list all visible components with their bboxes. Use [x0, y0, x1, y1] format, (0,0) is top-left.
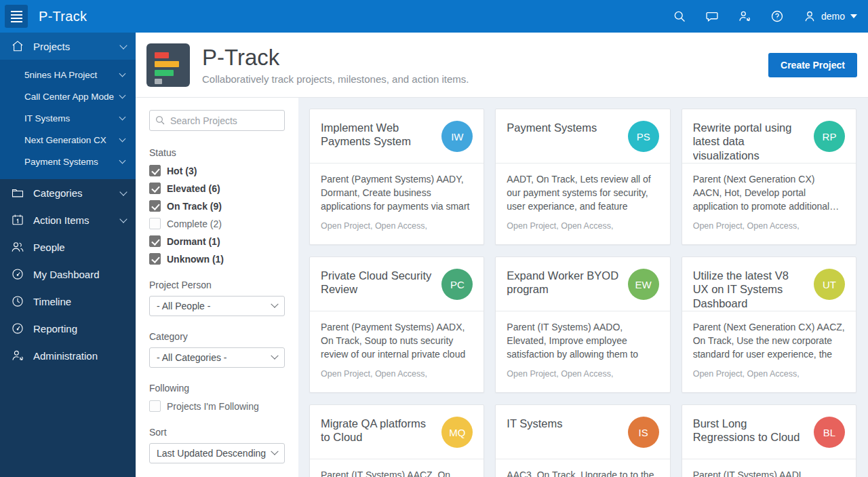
project-card-links[interactable]: Open Project, Open Access, [693, 369, 845, 379]
checkbox-icon[interactable] [149, 218, 161, 229]
user-menu[interactable]: demo [802, 9, 857, 24]
admin-tools-icon[interactable] [737, 9, 752, 24]
project-card-links[interactable]: Open Project, Open Access, [507, 369, 658, 379]
sidebar-item-projects[interactable]: Projects [0, 33, 136, 60]
sidebar-item-label: Administration [33, 350, 98, 362]
project-card-title: Migrate QA platforms to Cloud [321, 417, 433, 459]
sort-select[interactable]: Last Updated Descending [149, 443, 285, 463]
status-checkbox-label: Hot (3) [167, 166, 197, 176]
status-checkbox-row[interactable]: Complete (2) [149, 218, 285, 229]
sidebar-item-reporting[interactable]: Reporting [0, 315, 136, 342]
project-person-select[interactable]: - All People - [149, 296, 285, 316]
chat-icon[interactable] [705, 9, 719, 24]
status-filter-label: Status [149, 147, 285, 158]
project-card[interactable]: IT Systems IS AAC3, On Track, Upgrade to… [495, 404, 670, 477]
sidebar-item-people[interactable]: People [0, 233, 136, 261]
chevron-down-icon [271, 448, 278, 455]
people-icon [11, 240, 24, 254]
status-checkbox-label: Complete (2) [167, 218, 222, 229]
sidebar-item-label: My Dashboard [33, 269, 100, 280]
projects-grid-area: Implement Web Payments System IW Parent … [298, 98, 868, 477]
projects-grid: Implement Web Payments System IW Parent … [309, 109, 856, 477]
status-checkbox-row[interactable]: On Track (9) [149, 200, 285, 212]
project-card-description: Parent (Payment Systems) AADY, Dormant, … [321, 173, 473, 214]
sort-label: Sort [149, 427, 285, 438]
search-icon[interactable] [672, 9, 687, 24]
status-checkbox-label: Dormant (1) [167, 236, 220, 247]
sidebar-project-subitem[interactable]: 5nines HA Project [0, 64, 136, 85]
sidebar-project-subitem[interactable]: Next Generation CX [0, 129, 136, 151]
sidebar-item-my-dashboard[interactable]: My Dashboard [0, 261, 136, 288]
status-checkbox-row[interactable]: Elevated (6) [149, 183, 285, 194]
p-track-app: P-Track demo [0, 0, 868, 477]
chevron-down-icon [119, 41, 127, 49]
project-card-title: Payment Systems [507, 121, 597, 163]
checkbox-icon[interactable] [149, 235, 161, 247]
project-avatar: BL [814, 417, 845, 448]
search-projects-input[interactable] [149, 110, 285, 131]
project-card[interactable]: Utilize the latest V8 UX on IT Systems D… [682, 256, 856, 393]
sidebar-project-subitem[interactable]: Call Center App Mode [0, 85, 136, 107]
following-checkbox-label: Projects I'm Following [167, 401, 259, 412]
project-card[interactable]: Expand Worker BYOD program EW Parent (IT… [495, 256, 670, 393]
page-title: P-Track [202, 45, 469, 71]
project-card[interactable]: Migrate QA platforms to Cloud MQ Parent … [309, 404, 484, 477]
user-icon [802, 9, 817, 24]
project-card-links[interactable]: Open Project, Open Access, [321, 369, 473, 379]
top-bar: P-Track demo [0, 0, 868, 33]
checkbox-icon[interactable] [149, 253, 161, 265]
app-title: P-Track [39, 9, 87, 24]
sidebar-item-categories[interactable]: Categories [0, 179, 136, 206]
project-card-title: Burst Long Regressions to Cloud [693, 417, 805, 459]
project-person-label: Project Person [149, 280, 285, 290]
sidebar: Projects 5nines HA Project Call Center A… [0, 33, 136, 477]
following-label: Following [149, 383, 285, 394]
sidebar-item-label: People [33, 242, 65, 253]
user-name: demo [821, 11, 845, 22]
help-icon[interactable] [770, 9, 785, 24]
project-card-title: Utilize the latest V8 UX on IT Systems D… [693, 269, 805, 311]
sidebar-item-timeline[interactable]: Timeline [0, 288, 136, 315]
checkbox-icon[interactable] [149, 165, 161, 176]
project-card-description: AADT, On Track, Lets review all of our p… [507, 173, 658, 214]
status-checkbox-row[interactable]: Hot (3) [149, 165, 285, 176]
sidebar-project-subitem-label: Next Generation CX [24, 135, 106, 145]
chevron-down-icon [119, 157, 126, 164]
sidebar-item-action-items[interactable]: Action Items [0, 206, 136, 233]
page-subtitle: Collaboratively track projects, mileston… [202, 73, 469, 85]
status-checkbox-row[interactable]: Dormant (1) [149, 235, 285, 247]
following-checkbox-row[interactable]: Projects I'm Following [149, 400, 285, 412]
sidebar-item-label: Reporting [33, 323, 77, 335]
project-card-links[interactable]: Open Project, Open Access, [321, 221, 473, 231]
project-avatar: RP [814, 121, 845, 152]
status-checkbox-label: On Track (9) [167, 201, 222, 212]
status-checkbox-row[interactable]: Unknown (1) [149, 253, 285, 265]
p-track-logo [146, 43, 190, 87]
project-card[interactable]: Rewrite portal using latest data visuali… [682, 109, 856, 245]
project-card[interactable]: Implement Web Payments System IW Parent … [309, 109, 484, 245]
hamburger-menu-button[interactable] [5, 5, 28, 28]
project-card-links[interactable]: Open Project, Open Access, [693, 221, 845, 231]
chevron-down-icon [850, 14, 857, 18]
sidebar-project-subitem[interactable]: IT Systems [0, 107, 136, 129]
sidebar-project-subitem-label: Call Center App Mode [24, 92, 114, 102]
projects-submenu: 5nines HA Project Call Center App Mode I… [0, 60, 136, 179]
project-card[interactable]: Payment Systems PS AADT, On Track, Lets … [495, 109, 670, 245]
create-project-button[interactable]: Create Project [768, 53, 857, 77]
project-card[interactable]: Private Cloud Security Review PC Parent … [309, 256, 484, 393]
checkbox-icon[interactable] [149, 183, 161, 194]
checkbox-icon[interactable] [149, 400, 161, 412]
project-card[interactable]: Burst Long Regressions to Cloud BL Paren… [682, 404, 856, 477]
checkbox-icon[interactable] [149, 200, 161, 212]
clock-icon [11, 294, 24, 308]
sidebar-project-subitem[interactable]: Payment Systems [0, 151, 136, 172]
sidebar-item-administration[interactable]: Administration [0, 342, 136, 369]
project-card-links[interactable]: Open Project, Open Access, [507, 221, 658, 231]
sidebar-project-subitem-label: IT Systems [24, 113, 70, 123]
project-card-title: Implement Web Payments System [321, 121, 433, 163]
sidebar-project-subitem-label: 5nines HA Project [24, 70, 97, 80]
status-checkbox-label: Elevated (6) [167, 183, 220, 194]
sidebar-item-label: Projects [33, 41, 70, 52]
project-card-description: Parent (Next Generation CX) AACZ, On Tra… [693, 321, 845, 362]
category-select[interactable]: - All Categories - [149, 347, 285, 368]
